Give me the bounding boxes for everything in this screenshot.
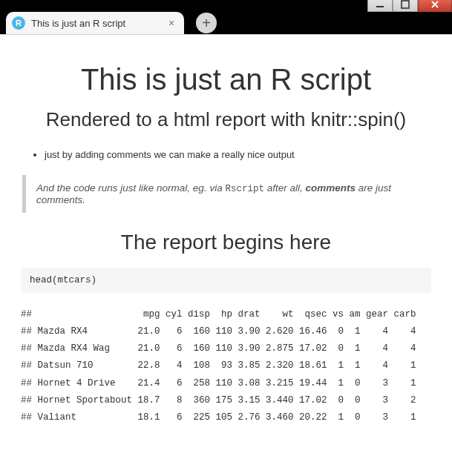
page-viewport[interactable]: This is just an R script Rendered to a h… xyxy=(0,34,452,476)
new-tab-button[interactable]: + xyxy=(196,13,217,33)
blockquote: And the code runs just like normal, eg. … xyxy=(22,175,431,213)
svg-rect-0 xyxy=(376,6,384,7)
maximize-icon xyxy=(401,0,410,9)
minimize-icon xyxy=(376,0,384,9)
minimize-button[interactable] xyxy=(367,0,393,12)
quote-emphasis: comments xyxy=(305,182,356,194)
code-output: ## mpg cyl disp hp drat wt qsec vs am ge… xyxy=(21,306,431,426)
window-controls xyxy=(367,0,452,12)
browser-window: R This is just an R script × + This is j… xyxy=(0,0,452,476)
tab-close-icon[interactable]: × xyxy=(166,18,177,28)
quote-text: And the code runs just like normal, eg. … xyxy=(36,182,225,194)
section-heading: The report begins here xyxy=(21,231,431,254)
window-titlebar xyxy=(0,0,452,7)
close-icon xyxy=(430,0,439,9)
page-subtitle: Rendered to a html report with knitr::sp… xyxy=(21,107,431,133)
browser-tab[interactable]: R This is just an R script × xyxy=(6,12,184,34)
inline-code: Rscript xyxy=(225,184,264,194)
quote-text: after all, xyxy=(264,182,306,194)
notes-list: just by adding comments we can make a re… xyxy=(45,149,431,160)
tab-favicon: R xyxy=(12,16,25,30)
svg-rect-1 xyxy=(402,1,409,8)
tab-title: This is just an R script xyxy=(31,18,166,29)
code-block: head(mtcars) xyxy=(21,268,431,293)
maximize-button[interactable] xyxy=(393,0,418,12)
close-button[interactable] xyxy=(418,0,452,12)
document: This is just an R script Rendered to a h… xyxy=(0,35,452,456)
page-title: This is just an R script xyxy=(21,63,431,96)
list-item: just by adding comments we can make a re… xyxy=(45,149,431,160)
